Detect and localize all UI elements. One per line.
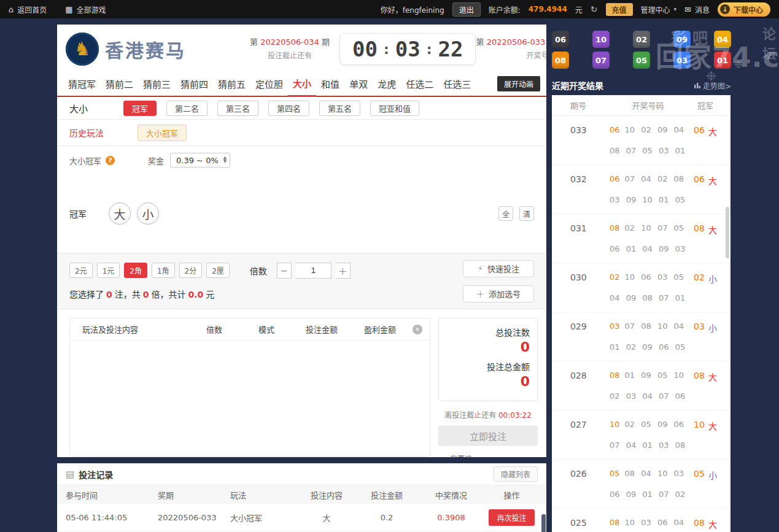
denomination-button[interactable]: 1角 — [152, 263, 175, 278]
position-button[interactable]: 第四名 — [268, 101, 309, 116]
denomination-button[interactable]: 2厘 — [206, 263, 230, 278]
nav-tab[interactable]: 大小 — [288, 71, 316, 97]
result-numbers: 02 10 07 05 — [625, 223, 684, 233]
result-row: 027 10 02 05 09 06 07 04 01 03 08 10 大 — [552, 411, 731, 460]
admin-center-menu[interactable]: 管理中心 ▾ — [641, 4, 677, 15]
champion-number: 06 — [694, 125, 705, 135]
result-period: 031 — [570, 223, 610, 253]
result-numbers: 07 08 10 04 — [625, 322, 684, 331]
recharge-button[interactable]: 充值 — [606, 3, 633, 16]
multiplier-input[interactable] — [296, 263, 331, 279]
quick-bet-button[interactable]: ⚡ 快速投注 — [463, 260, 534, 277]
position-button[interactable]: 冠亚和值 — [370, 101, 419, 116]
bet-summary-box: 总投注数 0 投注总金额 0 — [438, 318, 538, 401]
champion-size: 大 — [708, 420, 717, 432]
download-center-button[interactable]: ↓ 下载中心 — [718, 2, 770, 17]
chevron-down-icon: ▾ — [674, 6, 677, 12]
hide-list-button[interactable]: 隐藏列表 — [494, 466, 538, 482]
bet-slip-table: 玩法及投注内容 倍数 模式 投注金额 盈利金额 ✕ — [69, 318, 430, 457]
play-type-tag[interactable]: 大小冠军 — [138, 125, 187, 141]
result-row: 028 08 01 09 05 10 02 03 04 07 06 08 大 — [552, 361, 731, 411]
rebet-button[interactable]: 再次投注 — [489, 509, 534, 526]
position-button[interactable]: 第二名 — [166, 101, 207, 116]
champion-size: 大 — [708, 371, 717, 383]
denomination-button[interactable]: 2分 — [179, 263, 203, 278]
bonus-select[interactable]: 0.39 ~ 0% ▲ ▼ — [170, 153, 230, 168]
nav-tab[interactable]: 定位胆 — [250, 72, 288, 96]
all-games-link[interactable]: ▦ 全部游戏 — [65, 4, 106, 15]
previous-period-block: 第 20220506-033 期 开奖号码 — [476, 36, 546, 63]
refresh-balance-icon[interactable]: ↻ — [591, 4, 598, 14]
balance-value: 479.4944 — [529, 5, 567, 13]
option-big-button[interactable]: 大 — [109, 202, 131, 225]
prize-row: 大小冠军 ? 奖金 0.39 ~ 0% ▲ ▼ — [57, 146, 546, 174]
logout-button[interactable]: 退出 — [452, 2, 481, 17]
nav-tab[interactable]: 猜前三 — [138, 72, 176, 96]
result-row: 029 03 07 08 10 04 01 02 09 06 05 03 小 — [552, 312, 731, 361]
countdown-minutes: 03 — [395, 37, 421, 61]
results-scrollbar[interactable] — [726, 207, 729, 258]
watermark-text: 论坛 — [758, 27, 777, 66]
slip-column-header: 盈利金额 — [349, 323, 411, 335]
selected-count: 0 — [104, 290, 115, 299]
nav-tab[interactable]: 猜前四 — [176, 72, 213, 96]
champion-number: 05 — [694, 469, 705, 479]
add-selection-label: 添加选号 — [489, 288, 521, 299]
total-bets-label: 总投注数 — [446, 326, 530, 338]
champion-size: 大 — [708, 125, 717, 137]
results-column-header: 冠军 — [686, 99, 724, 111]
nav-tab[interactable]: 猜冠军 — [63, 72, 101, 96]
close-icon[interactable]: ✕ — [413, 325, 422, 334]
slip-column-header: 投注金额 — [294, 323, 349, 335]
add-selection-button[interactable]: ＋ 添加选号 — [463, 285, 534, 303]
current-period-number: 20220506-034 — [260, 37, 319, 47]
expand-animation-button[interactable]: 展开动画 — [497, 76, 540, 91]
option-small-button[interactable]: 小 — [137, 202, 159, 225]
select-all-button[interactable]: 全 — [498, 206, 513, 221]
champion-number: 06 — [694, 174, 705, 184]
records-scrollbar[interactable] — [541, 514, 546, 532]
nav-tab[interactable]: 和值 — [316, 72, 344, 96]
messages-link[interactable]: ✉ 消息 — [684, 4, 710, 15]
lottery-logo: ♞ — [66, 33, 99, 66]
position-button[interactable]: 冠军 — [123, 101, 157, 116]
results-table-header: 期号 开奖号码 冠军 — [552, 95, 731, 116]
position-button[interactable]: 第五名 — [319, 101, 360, 116]
result-numbers-line2: 06 01 04 09 03 — [610, 244, 686, 253]
denomination-button[interactable]: 2角 — [124, 263, 147, 278]
help-icon[interactable]: ? — [106, 156, 115, 165]
multiplier-plus-button[interactable]: ＋ — [336, 263, 351, 279]
selected-amount: 0.0 — [186, 290, 206, 299]
recent-results-title: 近期开奖结果 — [552, 79, 603, 91]
nav-tab[interactable]: 猜前五 — [213, 72, 250, 96]
result-numbers-line2: 08 07 05 03 01 — [610, 146, 686, 155]
nav-tab[interactable]: 猜前二 — [101, 72, 138, 96]
champion-size: 小 — [708, 322, 717, 334]
deadline-label: 投注截止还有 — [250, 50, 330, 63]
bet-now-button[interactable]: 立即投注 — [438, 425, 538, 446]
denomination-button[interactable]: 2元 — [69, 263, 93, 278]
nav-tab[interactable]: 龙虎 — [373, 72, 401, 96]
trend-chart-link[interactable]: 走势图> — [694, 80, 731, 91]
nav-tab[interactable]: 单双 — [344, 72, 373, 96]
recent-results-panel: 期号 开奖号码 冠军 033 06 10 02 09 04 08 07 05 0… — [552, 95, 731, 532]
clear-button[interactable]: 清 — [519, 206, 534, 221]
home-link[interactable]: ⌂ 返回首页 — [9, 4, 47, 15]
nav-tab[interactable]: 任选二 — [401, 72, 438, 96]
result-period: 032 — [570, 174, 610, 204]
screen: ⌂ 返回首页 ▦ 全部游戏 你好，fengfeining 退出 账户余额: 47… — [0, 0, 779, 532]
result-period: 028 — [570, 371, 610, 401]
multiplier-minus-button[interactable]: − — [277, 263, 292, 279]
history-play-link[interactable]: 历史玩法 — [69, 126, 104, 139]
position-button[interactable]: 第三名 — [217, 101, 258, 116]
champion-size: 小 — [708, 469, 717, 481]
record-time: 05-06 11:44:05 — [66, 513, 158, 522]
result-period: 025 — [570, 518, 610, 532]
champion-number: 03 — [694, 322, 705, 331]
countdown-seconds: 22 — [438, 37, 463, 61]
result-numbers: 10 06 03 05 — [625, 272, 684, 282]
bet-option-zone: 冠军 大 小 全 清 — [57, 174, 546, 253]
records-column-header: 中奖情况 — [417, 489, 486, 501]
denomination-button[interactable]: 1元 — [97, 263, 120, 278]
nav-tab[interactable]: 任选三 — [438, 72, 476, 96]
